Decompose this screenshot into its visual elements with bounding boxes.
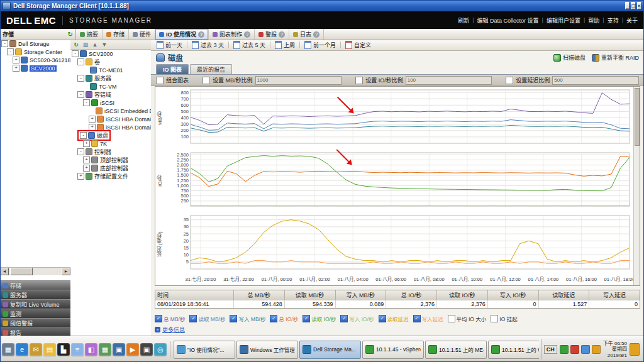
- tree-node[interactable]: -卷: [70, 58, 151, 66]
- collapse-all-icon[interactable]: ▲: [91, 41, 99, 48]
- save-icon[interactable]: ▥: [82, 41, 89, 48]
- combine-charts-checkbox[interactable]: [156, 77, 164, 84]
- date-range-button-1[interactable]: 过去 3 天: [189, 40, 227, 50]
- charts-scrollbar[interactable]: [633, 87, 640, 285]
- content-tab-0[interactable]: IO 图表: [156, 64, 189, 74]
- email-icon[interactable]: ✉: [30, 343, 42, 356]
- table-row[interactable]: 08/01/2019 18:36:41594.428594.3390.0892,…: [155, 300, 640, 308]
- notepad-icon[interactable]: ≡: [71, 343, 84, 356]
- tree-node[interactable]: +顶部控制器: [70, 156, 151, 164]
- main-tab-5[interactable]: 警报?: [255, 29, 289, 40]
- legend-item-5[interactable]: ✓写入 IO/秒: [340, 315, 374, 322]
- tree-expander-icon[interactable]: -: [77, 91, 84, 98]
- refresh-icon[interactable]: ↻: [72, 41, 80, 48]
- column-header[interactable]: 总 IO/秒: [386, 290, 436, 300]
- latency-scale-input[interactable]: [552, 76, 639, 85]
- legend-checkbox[interactable]: ✓: [270, 315, 277, 322]
- legend-checkbox[interactable]: ✓: [189, 315, 197, 322]
- tree-expander-icon[interactable]: +: [77, 173, 84, 180]
- date-range-button-5[interactable]: 自定义: [342, 40, 374, 50]
- content-tab-1[interactable]: 最近的报告: [190, 64, 232, 74]
- rdp-icon[interactable]: ▣: [113, 343, 125, 356]
- tree-node[interactable]: -服务器: [70, 74, 151, 82]
- tree-node[interactable]: TC-VM: [70, 82, 151, 90]
- tree-expander-icon[interactable]: -: [80, 132, 87, 139]
- sidebar-nav-item-2[interactable]: 复制和 Live Volume: [0, 299, 70, 309]
- tree-node[interactable]: +iSCSI HBA Domain 1: [70, 115, 151, 123]
- tree-node[interactable]: -控制器: [70, 148, 151, 156]
- chart-plot-area[interactable]: 100200300400500600700800: [164, 87, 633, 150]
- header-link[interactable]: 关于: [626, 16, 638, 25]
- scrollbar-thumb[interactable]: [10, 268, 33, 275]
- main-tab-1[interactable]: 存储: [103, 29, 129, 40]
- latency-scale-checkbox[interactable]: [506, 77, 513, 84]
- io-scale-input[interactable]: [406, 76, 492, 85]
- taskbar-button-2[interactable]: Dell Storage Ma...: [299, 341, 361, 359]
- tree-node[interactable]: +底部控制器: [70, 164, 151, 172]
- header-link[interactable]: 编辑 Data Collector 设置: [477, 16, 539, 25]
- column-header[interactable]: 时间: [155, 290, 233, 300]
- tree-expander-icon[interactable]: +: [83, 140, 90, 147]
- main-tab-3[interactable]: IO 使用情况?: [155, 29, 209, 40]
- tree-expander-icon[interactable]: -: [72, 50, 79, 57]
- tray-overflow-icon[interactable]: [630, 343, 640, 356]
- mb-scale-input[interactable]: [255, 76, 342, 85]
- header-link[interactable]: 刷新: [458, 16, 469, 25]
- scroll-right-icon[interactable]: ►: [62, 268, 70, 275]
- chart-plot-area[interactable]: 5101520253035: [164, 212, 633, 275]
- tree-expander-icon[interactable]: +: [89, 116, 96, 123]
- tree-expander-icon[interactable]: +: [83, 165, 90, 172]
- header-link[interactable]: 帮助: [588, 16, 599, 25]
- media-player-icon[interactable]: ▶: [126, 343, 139, 356]
- expand-all-icon[interactable]: ▼: [101, 41, 108, 48]
- mb-scale-checkbox[interactable]: [203, 77, 210, 84]
- tree-expander-icon[interactable]: -: [77, 75, 84, 82]
- tree-node[interactable]: -Storage Center: [0, 48, 70, 56]
- tree-expander-icon[interactable]: -: [7, 48, 14, 55]
- refresh-icon[interactable]: ↻: [68, 31, 73, 38]
- sidebar-nav-item-1[interactable]: 服务器: [0, 290, 70, 299]
- legend-item-4[interactable]: ✓读取 IO/秒: [303, 315, 336, 322]
- legend-item-6[interactable]: ✓读取延迟: [379, 315, 409, 322]
- date-range-button-3[interactable]: 上周: [272, 40, 298, 50]
- taskbar-button-5[interactable]: 10.1.1.51 上的 Win...: [488, 341, 539, 359]
- taskbar-button-0[interactable]: "IO 使用情况"...: [174, 341, 235, 359]
- more-info-link[interactable]: 更多信息: [162, 326, 185, 334]
- legend-checkbox[interactable]: ✓: [303, 315, 310, 322]
- scroll-left-icon[interactable]: ◄: [0, 268, 9, 275]
- sidebar-nav-item-4[interactable]: 阈值警报: [0, 318, 70, 327]
- tree-node[interactable]: +SCV2000: [0, 64, 70, 72]
- tree-expander-icon[interactable]: -: [83, 99, 90, 106]
- tree-expander-icon[interactable]: +: [13, 65, 19, 72]
- network-tray-icon[interactable]: [581, 345, 590, 354]
- header-link[interactable]: 支持: [608, 16, 619, 25]
- header-link[interactable]: 编辑用户设置: [547, 16, 580, 25]
- maximize-button[interactable]: □: [631, 2, 635, 9]
- tree-node[interactable]: +SC5020-361218-98NJCM2-: [0, 56, 70, 64]
- main-tab-4[interactable]: 图表制作?: [209, 29, 255, 40]
- sidebar-nav-item-5[interactable]: 报告: [0, 327, 70, 337]
- column-header[interactable]: 总 MB/秒: [233, 290, 284, 300]
- legend-checkbox[interactable]: [448, 315, 455, 322]
- sidebar-nav-item-0[interactable]: 存储: [0, 280, 70, 290]
- legend-checkbox[interactable]: ✓: [340, 315, 348, 322]
- language-indicator[interactable]: CH: [544, 345, 557, 354]
- tree-node[interactable]: -容错域: [70, 90, 151, 99]
- alert-tray-icon[interactable]: [570, 345, 579, 354]
- column-header[interactable]: 写入 MB/秒: [335, 290, 386, 300]
- tree-expander-icon[interactable]: +: [83, 156, 90, 163]
- horizontal-scrollbar[interactable]: ◄ ►: [0, 267, 70, 275]
- cmd-icon[interactable]: ▙: [57, 343, 70, 356]
- vnc-icon[interactable]: ◎: [154, 343, 167, 356]
- charts-scrollbar-thumb[interactable]: [635, 88, 640, 146]
- tree-expander-icon[interactable]: -: [77, 148, 84, 155]
- tree-node[interactable]: -Dell Storage: [0, 40, 70, 48]
- legend-item-3[interactable]: ✓总 IO/秒: [270, 315, 298, 322]
- collector-tray-icon[interactable]: [560, 345, 569, 354]
- legend-item-8[interactable]: 平均 IO 大小: [448, 315, 487, 322]
- io-scale-checkbox[interactable]: [355, 77, 363, 84]
- legend-checkbox[interactable]: ✓: [230, 315, 237, 322]
- sidebar-nav-item-3[interactable]: 监测: [0, 309, 70, 318]
- column-header[interactable]: 读取 MB/秒: [284, 290, 335, 300]
- explorer-folder-icon[interactable]: ▤: [43, 343, 56, 356]
